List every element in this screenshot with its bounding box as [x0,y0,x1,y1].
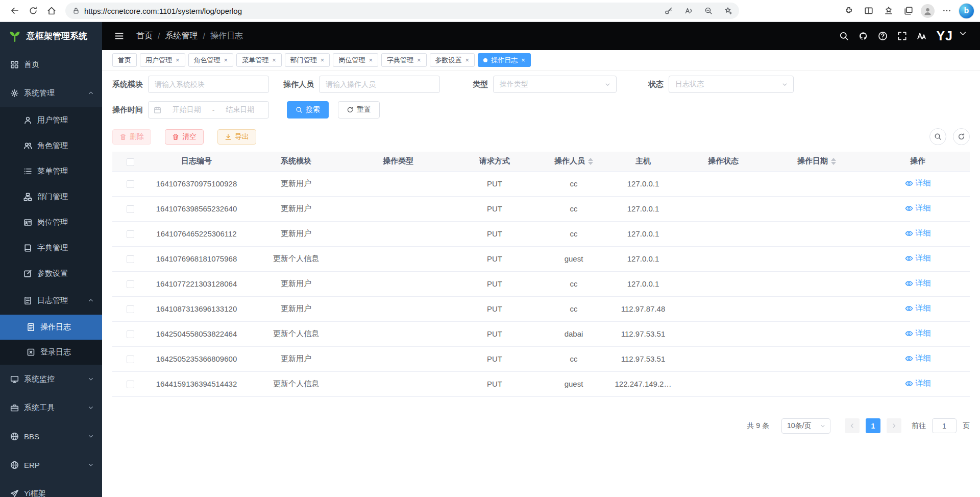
monitor-icon [10,375,19,384]
operator-filter-input[interactable] [319,76,440,93]
select-all-checkbox[interactable] [127,158,134,166]
sidebar-item-dict-mgmt[interactable]: 字典管理 [0,235,102,261]
font-size-icon[interactable] [917,31,926,41]
detail-link[interactable]: 详细 [905,203,931,213]
user-caret-icon[interactable] [958,29,968,38]
sidebar-item-erp[interactable]: ERP [0,451,102,479]
detail-link[interactable]: 详细 [905,278,931,288]
close-icon[interactable]: × [176,57,180,63]
sort-carets-icon[interactable] [588,158,593,165]
prev-page-button[interactable] [845,418,860,433]
row-checkbox[interactable] [127,280,134,288]
favorites-button[interactable] [881,3,896,18]
user-avatar-logo[interactable]: YJ [936,29,953,43]
sidebar-item-bbs[interactable]: BBS [0,422,102,451]
sidebar-item-dept-mgmt[interactable]: 部门管理 [0,184,102,209]
row-checkbox[interactable] [127,205,134,213]
tab-oper-log[interactable]: 操作日志× [478,53,531,67]
goto-page-input[interactable] [932,418,957,433]
next-page-button[interactable] [887,418,901,433]
sidebar-item-sys-tools[interactable]: 系统工具 [0,393,102,422]
tab-home[interactable]: 首页 [112,53,137,67]
status-filter-select[interactable]: 日志状态 [669,76,794,93]
export-button[interactable]: 导出 [217,129,256,145]
delete-button[interactable]: 删除 [112,129,151,145]
tab-post-mgmt[interactable]: 岗位管理× [333,53,378,67]
page-number-button[interactable]: 1 [866,418,880,433]
row-checkbox[interactable] [127,255,134,263]
detail-link[interactable]: 详细 [905,253,931,263]
sidebar-item-post-mgmt[interactable]: 岗位管理 [0,209,102,235]
reset-button[interactable]: 重置 [338,101,380,119]
close-icon[interactable]: × [417,57,421,63]
close-icon[interactable]: × [521,57,525,63]
profile-avatar[interactable] [921,4,935,18]
sidebar-toggle-icon[interactable] [114,31,124,41]
sidebar-item-param-settings[interactable]: 参数设置 [0,261,102,286]
sidebar-item-log-mgmt[interactable]: 日志管理 [0,286,102,315]
split-screen-button[interactable] [861,3,876,18]
sidebar-item-menu-mgmt[interactable]: 菜单管理 [0,158,102,184]
sort-carets-icon[interactable] [831,158,836,165]
module-filter-input[interactable] [148,76,269,93]
password-key-button[interactable] [661,4,676,17]
detail-link[interactable]: 详细 [905,303,931,313]
sidebar-item-system-mgmt[interactable]: 系统管理 [0,79,102,107]
tab-role-mgmt[interactable]: 角色管理× [188,53,234,67]
row-checkbox[interactable] [127,180,134,188]
reload-button[interactable] [24,2,42,19]
close-icon[interactable]: × [272,57,276,63]
row-checkbox[interactable] [127,230,134,238]
close-icon[interactable]: × [321,57,325,63]
row-checkbox[interactable] [127,356,134,363]
close-icon[interactable]: × [465,57,470,63]
close-icon[interactable]: × [224,57,228,63]
sidebar-item-yi-framework[interactable]: Yi框架 [0,479,102,497]
fullscreen-icon[interactable] [897,31,907,41]
collections-button[interactable] [901,3,916,18]
close-icon[interactable]: × [369,57,373,63]
search-button[interactable]: 搜索 [287,101,329,119]
row-checkbox[interactable] [127,305,134,313]
sidebar-item-login-log[interactable]: 登录日志 [0,340,102,365]
add-favorite-button[interactable] [721,4,736,17]
tab-param-settings[interactable]: 参数设置× [430,53,475,67]
help-icon[interactable] [878,31,888,41]
sidebar-item-oper-log[interactable]: 操作日志 [0,315,102,340]
bing-chat-button[interactable]: b [959,4,974,18]
date-range-picker[interactable]: 开始日期 - 结束日期 [148,101,269,119]
read-aloud-button[interactable] [681,4,696,17]
sidebar-item-user-mgmt[interactable]: 用户管理 [0,107,102,133]
clear-button[interactable]: 清空 [165,129,204,145]
sidebar-item-sys-monitor[interactable]: 系统监控 [0,365,102,393]
tab-user-mgmt[interactable]: 用户管理× [140,53,185,67]
github-icon[interactable] [859,31,868,41]
col-date-sortable[interactable]: 操作日期 [768,152,866,171]
breadcrumb-system-mgmt[interactable]: 系统管理 [165,31,198,41]
zoom-out-button[interactable] [701,4,716,17]
back-button[interactable] [6,2,23,19]
tab-dept-mgmt[interactable]: 部门管理× [285,53,330,67]
browser-home-button[interactable] [43,2,60,19]
col-operator-sortable[interactable]: 操作人员 [540,152,607,171]
detail-link[interactable]: 详细 [905,378,931,388]
breadcrumb-home[interactable]: 首页 [136,31,153,41]
detail-link[interactable]: 详细 [905,228,931,238]
toggle-search-button[interactable] [929,128,946,145]
type-filter-select[interactable]: 操作类型 [493,76,617,93]
tab-menu-mgmt[interactable]: 菜单管理× [236,53,282,67]
row-checkbox[interactable] [127,381,134,388]
refresh-table-button[interactable] [953,128,970,145]
row-checkbox[interactable] [127,330,134,338]
browser-menu-button[interactable] [939,3,954,18]
detail-link[interactable]: 详细 [905,353,931,363]
header-search-icon[interactable] [839,31,849,41]
sidebar-item-role-mgmt[interactable]: 角色管理 [0,133,102,158]
sidebar-item-home[interactable]: 首页 [0,50,102,79]
detail-link[interactable]: 详细 [905,178,931,188]
address-bar[interactable]: https://ccnetcore.com:1101/system/log/op… [65,3,739,19]
detail-link[interactable]: 详细 [905,328,931,338]
page-size-select[interactable]: 10条/页 [781,418,830,434]
tab-dict-mgmt[interactable]: 字典管理× [381,53,427,67]
extensions-button[interactable] [841,3,856,18]
